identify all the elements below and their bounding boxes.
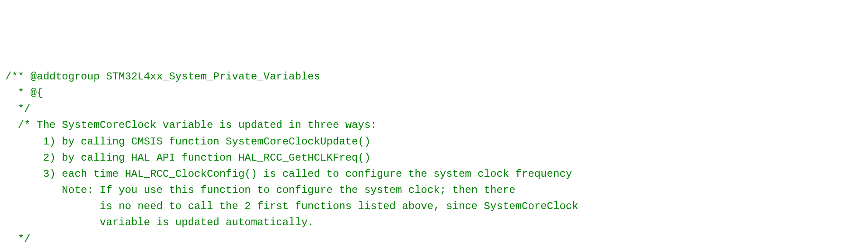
comment-line-10: variable is updated automatically. bbox=[5, 217, 314, 228]
comment-line-6: 2) by calling HAL API function HAL_RCC_G… bbox=[5, 152, 370, 164]
comment-line-1: /** @addtogroup STM32L4xx_System_Private… bbox=[5, 71, 320, 82]
comment-line-5: 1) by calling CMSIS function SystemCoreC… bbox=[5, 136, 370, 148]
comment-line-4: /* The SystemCoreClock variable is updat… bbox=[5, 119, 377, 131]
comment-line-9: is no need to call the 2 first functions… bbox=[5, 200, 579, 212]
comment-line-11: */ bbox=[5, 233, 31, 244]
comment-line-7: 3) each time HAL_RCC_ClockConfig() is ca… bbox=[5, 168, 572, 180]
code-block: /** @addtogroup STM32L4xx_System_Private… bbox=[5, 69, 863, 244]
comment-line-8: Note: If you use this function to config… bbox=[5, 184, 516, 196]
comment-line-3: */ bbox=[5, 103, 31, 115]
comment-line-2: * @{ bbox=[5, 87, 43, 99]
